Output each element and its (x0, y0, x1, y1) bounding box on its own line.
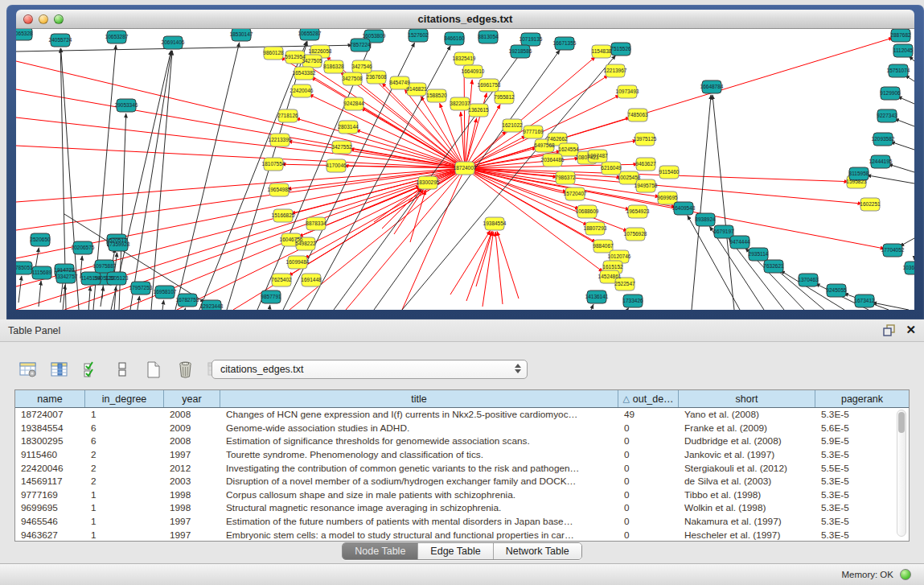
table-row[interactable]: 946362711997Embryonic stem cells: a mode… (15, 528, 909, 542)
graph-node[interactable] (588, 150, 607, 163)
graph-node[interactable] (407, 83, 426, 96)
table-cell[interactable]: Yano et al. (2008) (679, 408, 815, 422)
table-cell[interactable]: 0 (618, 515, 679, 529)
graph-node[interactable] (877, 109, 897, 122)
row-height-icon[interactable] (112, 359, 133, 380)
graph-node[interactable] (615, 278, 634, 290)
table-row[interactable]: 946554611997Estimation of the future num… (15, 515, 909, 529)
table-cell[interactable]: Jankovic et al. (1997) (679, 448, 815, 462)
graph-node[interactable] (636, 158, 655, 171)
graph-node[interactable] (445, 32, 464, 45)
table-row[interactable]: 977716911998Corpus callosum shape and si… (15, 488, 909, 502)
table-cell[interactable]: Structural magnetic resonance image aver… (220, 501, 618, 515)
graph-node[interactable] (619, 171, 639, 184)
graph-node[interactable] (294, 67, 314, 80)
table-cell[interactable]: Dudbridge et al. (2008) (679, 435, 815, 448)
table-cell[interactable]: 2 (85, 461, 164, 475)
graph-node[interactable] (585, 222, 605, 235)
graph-node[interactable] (16, 29, 32, 40)
graph-node[interactable] (270, 134, 290, 146)
graph-node[interactable] (764, 260, 783, 273)
table-cell[interactable]: 6 (85, 422, 164, 435)
table-cell[interactable]: 9465546 (15, 515, 85, 529)
column-header-pagerank[interactable]: pagerank (815, 390, 909, 407)
graph-node[interactable] (285, 51, 305, 64)
graph-node[interactable] (306, 217, 326, 230)
table-cell[interactable]: 18300295 (15, 435, 85, 448)
graph-node[interactable] (511, 45, 530, 58)
graph-node[interactable] (31, 233, 50, 246)
graph-node[interactable] (324, 60, 343, 73)
graph-node[interactable] (409, 29, 428, 42)
graph-node[interactable] (855, 295, 874, 307)
column-header-short[interactable]: short (679, 390, 815, 407)
graph-node[interactable] (495, 91, 514, 104)
table-cell[interactable]: 2012 (164, 461, 220, 475)
graph-node[interactable] (302, 55, 322, 68)
table-cell[interactable]: 2 (85, 475, 164, 488)
table-cell[interactable]: Corpus callosum shape and size in male p… (220, 488, 618, 502)
graph-node[interactable] (628, 109, 647, 122)
graph-node[interactable] (117, 99, 136, 112)
graph-node[interactable] (264, 158, 283, 171)
table-cell[interactable]: 5.3E-5 (815, 448, 909, 462)
graph-node[interactable] (587, 290, 606, 303)
graph-node[interactable] (479, 79, 499, 92)
table-mode-icon[interactable] (18, 359, 39, 380)
graph-node[interactable] (503, 119, 522, 132)
graph-node[interactable] (269, 183, 289, 196)
graph-node[interactable] (485, 217, 504, 230)
table-row[interactable]: 1456911722003Disruption of a novel membe… (15, 475, 909, 488)
graph-node[interactable] (674, 202, 693, 215)
graph-node[interactable] (714, 225, 733, 238)
table-cell[interactable]: 1 (85, 528, 164, 542)
graph-node[interactable] (871, 155, 890, 168)
graph-node[interactable] (32, 266, 51, 279)
table-cell[interactable]: 0 (618, 448, 679, 462)
table-cell[interactable]: 1997 (164, 528, 220, 542)
graph-node[interactable] (565, 187, 585, 200)
table-cell[interactable]: 2 (85, 448, 164, 462)
table-cell[interactable]: 19384554 (15, 422, 85, 435)
table-cell[interactable]: Stergiakouli et al. (2012) (679, 461, 815, 475)
memory-status-icon[interactable] (900, 569, 911, 580)
column-header-in_degree[interactable]: in_degree (85, 390, 164, 407)
graph-node[interactable] (559, 143, 578, 156)
graph-node[interactable] (155, 286, 175, 299)
graph-node[interactable] (56, 270, 76, 283)
tab-network-table[interactable]: Network Table (494, 543, 581, 559)
graph-node[interactable] (352, 60, 372, 73)
graph-node[interactable] (261, 290, 281, 303)
graph-node[interactable] (602, 162, 621, 175)
graph-node[interactable] (343, 72, 362, 85)
graph-node[interactable] (232, 29, 251, 41)
graph-node[interactable] (339, 121, 358, 134)
graph-node[interactable] (592, 45, 611, 58)
graph-node[interactable] (418, 176, 437, 189)
table-cell[interactable]: 5.5E-5 (815, 461, 909, 475)
table-cell[interactable]: 9699695 (15, 501, 85, 515)
table-cell[interactable]: Changes of HCN gene expression and I(f) … (220, 408, 618, 422)
graph-node[interactable] (131, 282, 150, 295)
table-cell[interactable]: 1997 (164, 448, 220, 462)
graph-node[interactable] (178, 294, 197, 307)
column-header-name[interactable]: name (15, 390, 85, 407)
table-cell[interactable]: Disruption of a novel member of a sodium… (220, 475, 618, 488)
table-cell[interactable]: 5.9E-5 (815, 435, 909, 448)
table-cell[interactable]: 0 (618, 488, 679, 502)
graph-node[interactable] (332, 141, 351, 154)
close-window-icon[interactable] (23, 14, 33, 24)
graph-node[interactable] (658, 192, 677, 204)
graph-node[interactable] (107, 31, 126, 43)
table-cell[interactable]: 0 (618, 422, 679, 435)
graph-node[interactable] (81, 272, 101, 285)
graph-node[interactable] (860, 198, 880, 211)
network-window-titlebar[interactable]: citations_edges.txt (16, 10, 914, 29)
tab-node-table[interactable]: Node Table (343, 543, 418, 559)
graph-node[interactable] (702, 80, 721, 93)
table-cell[interactable]: 5.3E-5 (815, 475, 909, 488)
table-cell[interactable]: 2008 (164, 408, 220, 422)
table-select-dropdown[interactable]: citations_edges.txt (211, 360, 528, 379)
column-header-out_de[interactable]: △out_de… (618, 390, 679, 407)
graph-node[interactable] (799, 274, 818, 286)
